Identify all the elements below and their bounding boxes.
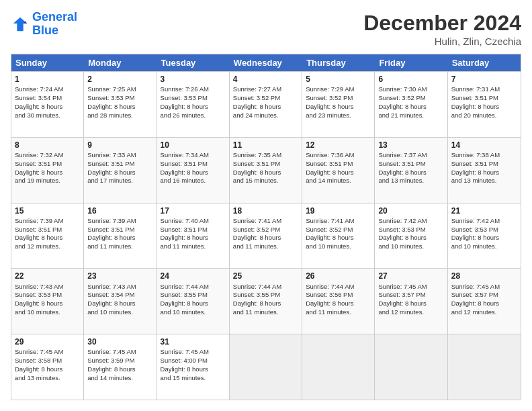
calendar-cell: 4Sunrise: 7:27 AMSunset: 3:52 PMDaylight… xyxy=(230,72,302,137)
svg-marker-0 xyxy=(13,17,28,32)
day-number: 5 xyxy=(306,74,371,85)
daylight-text: Daylight: 8 hours xyxy=(233,300,298,308)
sunset-text: Sunset: 3:53 PM xyxy=(87,94,152,103)
logo-icon xyxy=(11,15,30,34)
sunset-text: Sunset: 3:57 PM xyxy=(451,291,517,300)
calendar-cell: 22Sunrise: 7:43 AMSunset: 3:53 PMDayligh… xyxy=(11,269,84,334)
day-number: 11 xyxy=(233,140,298,150)
calendar-cell: 10Sunrise: 7:34 AMSunset: 3:51 PMDayligh… xyxy=(157,138,230,203)
sunrise-text: Sunrise: 7:37 AM xyxy=(378,151,443,160)
daylight-text: Daylight: 8 hours xyxy=(15,169,80,177)
daylight-minutes-text: and 21 minutes. xyxy=(378,111,443,120)
day-number: 29 xyxy=(15,336,80,347)
calendar-cell: 2Sunrise: 7:25 AMSunset: 3:53 PMDaylight… xyxy=(84,72,157,137)
calendar-cell: 15Sunrise: 7:39 AMSunset: 3:51 PMDayligh… xyxy=(11,203,84,269)
calendar-cell: 24Sunrise: 7:44 AMSunset: 3:55 PMDayligh… xyxy=(157,269,230,334)
sunset-text: Sunset: 3:52 PM xyxy=(378,94,443,103)
daylight-minutes-text: and 10 minutes. xyxy=(15,308,80,317)
sunrise-text: Sunrise: 7:39 AM xyxy=(15,217,80,226)
daylight-text: Daylight: 8 hours xyxy=(87,234,152,242)
daylight-text: Daylight: 8 hours xyxy=(451,103,517,111)
sunrise-text: Sunrise: 7:32 AM xyxy=(15,151,80,160)
sunset-text: Sunset: 3:51 PM xyxy=(15,226,80,234)
daylight-text: Daylight: 8 hours xyxy=(15,103,80,111)
calendar-row: 29Sunrise: 7:45 AMSunset: 3:58 PMDayligh… xyxy=(11,334,521,400)
sunrise-text: Sunrise: 7:41 AM xyxy=(306,217,371,226)
day-number: 13 xyxy=(378,140,443,150)
sunrise-text: Sunrise: 7:39 AM xyxy=(87,217,152,226)
sunrise-text: Sunrise: 7:45 AM xyxy=(161,348,226,357)
calendar-cell: 30Sunrise: 7:45 AMSunset: 3:59 PMDayligh… xyxy=(84,334,157,400)
day-number: 20 xyxy=(378,205,443,216)
month-title: December 2024 xyxy=(363,11,521,36)
daylight-text: Daylight: 8 hours xyxy=(161,365,226,374)
calendar-cell xyxy=(375,334,447,400)
daylight-text: Daylight: 8 hours xyxy=(306,169,371,177)
calendar-cell: 27Sunrise: 7:45 AMSunset: 3:57 PMDayligh… xyxy=(375,269,447,334)
daylight-minutes-text: and 11 minutes. xyxy=(306,308,371,317)
daylight-minutes-text: and 26 minutes. xyxy=(161,111,226,120)
title-section: December 2024 Hulin, Zlin, Czechia xyxy=(363,11,521,47)
sunset-text: Sunset: 3:51 PM xyxy=(87,160,152,169)
sunrise-text: Sunrise: 7:25 AM xyxy=(87,85,152,94)
daylight-minutes-text: and 13 minutes. xyxy=(15,374,80,383)
daylight-text: Daylight: 8 hours xyxy=(87,103,152,111)
sunrise-text: Sunrise: 7:38 AM xyxy=(451,151,517,160)
sunrise-text: Sunrise: 7:41 AM xyxy=(233,217,298,226)
sunset-text: Sunset: 3:51 PM xyxy=(161,160,226,169)
logo: General Blue xyxy=(11,11,77,38)
daylight-text: Daylight: 8 hours xyxy=(233,234,298,242)
sunrise-text: Sunrise: 7:44 AM xyxy=(306,283,371,291)
daylight-minutes-text: and 12 minutes. xyxy=(451,308,517,317)
sunset-text: Sunset: 3:51 PM xyxy=(161,226,226,234)
daylight-minutes-text: and 13 minutes. xyxy=(378,177,443,185)
sunrise-text: Sunrise: 7:44 AM xyxy=(233,283,298,291)
day-number: 21 xyxy=(451,205,517,216)
daylight-minutes-text: and 15 minutes. xyxy=(161,374,226,383)
calendar-cell: 19Sunrise: 7:41 AMSunset: 3:52 PMDayligh… xyxy=(302,203,375,269)
sunrise-text: Sunrise: 7:27 AM xyxy=(233,85,298,94)
sunrise-text: Sunrise: 7:45 AM xyxy=(378,283,443,291)
sunset-text: Sunset: 3:58 PM xyxy=(15,357,80,365)
sunset-text: Sunset: 3:53 PM xyxy=(378,226,443,234)
daylight-text: Daylight: 8 hours xyxy=(233,103,298,111)
day-of-week-header: Tuesday xyxy=(157,54,230,71)
day-number: 19 xyxy=(306,205,371,216)
sunrise-text: Sunrise: 7:36 AM xyxy=(306,151,371,160)
daylight-minutes-text: and 28 minutes. xyxy=(87,111,152,120)
calendar-cell: 14Sunrise: 7:38 AMSunset: 3:51 PMDayligh… xyxy=(448,138,521,203)
day-number: 30 xyxy=(87,336,152,347)
day-number: 12 xyxy=(306,140,371,150)
daylight-minutes-text: and 12 minutes. xyxy=(378,308,443,317)
calendar: SundayMondayTuesdayWednesdayThursdayFrid… xyxy=(11,54,521,400)
sunrise-text: Sunrise: 7:31 AM xyxy=(451,85,517,94)
daylight-minutes-text: and 30 minutes. xyxy=(15,111,80,120)
daylight-text: Daylight: 8 hours xyxy=(161,234,226,242)
daylight-minutes-text: and 15 minutes. xyxy=(233,177,298,185)
sunset-text: Sunset: 3:59 PM xyxy=(87,357,152,365)
sunset-text: Sunset: 4:00 PM xyxy=(161,357,226,365)
sunset-text: Sunset: 3:51 PM xyxy=(451,160,517,169)
day-number: 23 xyxy=(87,271,152,281)
sunrise-text: Sunrise: 7:40 AM xyxy=(161,217,226,226)
daylight-text: Daylight: 8 hours xyxy=(451,169,517,177)
daylight-text: Daylight: 8 hours xyxy=(87,169,152,177)
day-number: 14 xyxy=(451,140,517,150)
sunrise-text: Sunrise: 7:45 AM xyxy=(451,283,517,291)
sunrise-text: Sunrise: 7:30 AM xyxy=(378,85,443,94)
day-number: 26 xyxy=(306,271,371,281)
daylight-minutes-text: and 16 minutes. xyxy=(161,177,226,185)
sunset-text: Sunset: 3:53 PM xyxy=(161,94,226,103)
daylight-text: Daylight: 8 hours xyxy=(306,103,371,111)
sunset-text: Sunset: 3:55 PM xyxy=(233,291,298,300)
calendar-body: 1Sunrise: 7:24 AMSunset: 3:54 PMDaylight… xyxy=(11,71,521,400)
calendar-cell: 28Sunrise: 7:45 AMSunset: 3:57 PMDayligh… xyxy=(448,269,521,334)
daylight-text: Daylight: 8 hours xyxy=(161,169,226,177)
sunrise-text: Sunrise: 7:24 AM xyxy=(15,85,80,94)
sunset-text: Sunset: 3:52 PM xyxy=(306,94,371,103)
sunset-text: Sunset: 3:52 PM xyxy=(233,226,298,234)
daylight-text: Daylight: 8 hours xyxy=(161,103,226,111)
logo-text: General Blue xyxy=(32,11,77,38)
sunset-text: Sunset: 3:51 PM xyxy=(306,160,371,169)
day-of-week-header: Friday xyxy=(375,54,447,71)
